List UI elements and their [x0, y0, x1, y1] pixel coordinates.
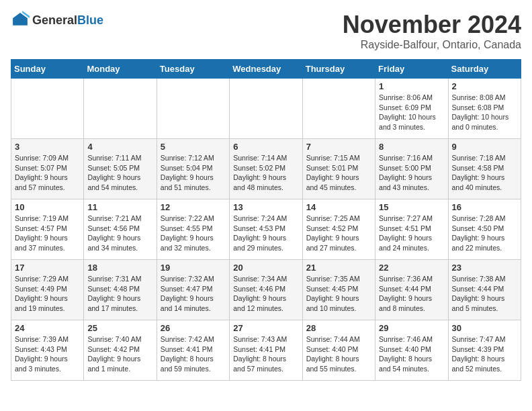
day-info: Sunrise: 7:46 AM Sunset: 4:40 PM Dayligh… — [379, 334, 444, 374]
day-number: 9 — [452, 142, 517, 152]
calendar-table: SundayMondayTuesdayWednesdayThursdayFrid… — [11, 59, 521, 381]
calendar-cell: 27Sunrise: 7:43 AM Sunset: 4:41 PM Dayli… — [230, 320, 302, 381]
day-info: Sunrise: 7:27 AM Sunset: 4:51 PM Dayligh… — [379, 214, 444, 253]
day-info: Sunrise: 8:06 AM Sunset: 6:09 PM Dayligh… — [379, 93, 444, 132]
day-number: 4 — [87, 142, 152, 152]
calendar-cell: 9Sunrise: 7:18 AM Sunset: 4:58 PM Daylig… — [448, 139, 521, 199]
day-number: 5 — [161, 142, 226, 152]
day-number: 24 — [15, 323, 80, 333]
day-number: 19 — [161, 263, 226, 273]
day-number: 12 — [161, 202, 226, 212]
weekday-header-sunday: Sunday — [11, 60, 84, 79]
calendar-cell: 30Sunrise: 7:47 AM Sunset: 4:39 PM Dayli… — [448, 320, 521, 381]
weekday-header-tuesday: Tuesday — [157, 60, 229, 79]
week-row-1: 1Sunrise: 8:06 AM Sunset: 6:09 PM Daylig… — [11, 79, 521, 139]
calendar-cell: 21Sunrise: 7:35 AM Sunset: 4:45 PM Dayli… — [302, 260, 375, 320]
week-row-5: 24Sunrise: 7:39 AM Sunset: 4:43 PM Dayli… — [11, 320, 521, 381]
week-row-4: 17Sunrise: 7:29 AM Sunset: 4:49 PM Dayli… — [11, 260, 521, 320]
day-info: Sunrise: 7:19 AM Sunset: 4:57 PM Dayligh… — [15, 214, 80, 253]
day-info: Sunrise: 7:38 AM Sunset: 4:44 PM Dayligh… — [452, 274, 517, 314]
calendar-cell: 19Sunrise: 7:32 AM Sunset: 4:47 PM Dayli… — [157, 260, 229, 320]
logo: GeneralBlue — [11, 11, 103, 30]
day-info: Sunrise: 7:21 AM Sunset: 4:56 PM Dayligh… — [87, 214, 152, 253]
calendar-cell: 5Sunrise: 7:12 AM Sunset: 5:04 PM Daylig… — [157, 139, 229, 199]
calendar-cell: 11Sunrise: 7:21 AM Sunset: 4:56 PM Dayli… — [84, 199, 157, 260]
day-number: 14 — [306, 202, 371, 212]
calendar-cell: 3Sunrise: 7:09 AM Sunset: 5:07 PM Daylig… — [11, 139, 84, 199]
calendar-cell: 13Sunrise: 7:24 AM Sunset: 4:53 PM Dayli… — [230, 199, 302, 260]
day-info: Sunrise: 7:32 AM Sunset: 4:47 PM Dayligh… — [161, 274, 226, 314]
calendar-cell: 4Sunrise: 7:11 AM Sunset: 5:05 PM Daylig… — [84, 139, 157, 199]
day-info: Sunrise: 7:25 AM Sunset: 4:52 PM Dayligh… — [306, 214, 371, 253]
day-info: Sunrise: 7:31 AM Sunset: 4:48 PM Dayligh… — [87, 274, 152, 314]
day-number: 11 — [87, 202, 152, 212]
calendar-cell: 12Sunrise: 7:22 AM Sunset: 4:55 PM Dayli… — [157, 199, 229, 260]
page-header: GeneralBlue November 2024 Rayside-Balfou… — [11, 11, 521, 51]
calendar-cell: 18Sunrise: 7:31 AM Sunset: 4:48 PM Dayli… — [84, 260, 157, 320]
day-number: 20 — [233, 263, 298, 273]
day-number: 25 — [87, 323, 152, 333]
day-info: Sunrise: 7:39 AM Sunset: 4:43 PM Dayligh… — [15, 334, 80, 374]
calendar-cell — [230, 79, 302, 139]
weekday-header-wednesday: Wednesday — [230, 60, 302, 79]
calendar-cell: 1Sunrise: 8:06 AM Sunset: 6:09 PM Daylig… — [375, 79, 448, 139]
day-number: 29 — [379, 323, 444, 333]
day-number: 28 — [306, 323, 371, 333]
day-info: Sunrise: 7:42 AM Sunset: 4:41 PM Dayligh… — [161, 334, 226, 374]
day-info: Sunrise: 7:43 AM Sunset: 4:41 PM Dayligh… — [233, 334, 298, 374]
day-info: Sunrise: 7:34 AM Sunset: 4:46 PM Dayligh… — [233, 274, 298, 314]
day-info: Sunrise: 8:08 AM Sunset: 6:08 PM Dayligh… — [452, 93, 517, 132]
weekday-header-monday: Monday — [84, 60, 157, 79]
calendar-cell: 15Sunrise: 7:27 AM Sunset: 4:51 PM Dayli… — [375, 199, 448, 260]
calendar-cell: 28Sunrise: 7:44 AM Sunset: 4:40 PM Dayli… — [302, 320, 375, 381]
calendar-cell: 17Sunrise: 7:29 AM Sunset: 4:49 PM Dayli… — [11, 260, 84, 320]
day-number: 23 — [452, 263, 517, 273]
calendar-cell: 7Sunrise: 7:15 AM Sunset: 5:01 PM Daylig… — [302, 139, 375, 199]
calendar-cell — [84, 79, 157, 139]
weekday-header-row: SundayMondayTuesdayWednesdayThursdayFrid… — [11, 60, 521, 79]
weekday-header-saturday: Saturday — [448, 60, 521, 79]
day-number: 13 — [233, 202, 298, 212]
calendar-cell: 14Sunrise: 7:25 AM Sunset: 4:52 PM Dayli… — [302, 199, 375, 260]
calendar-cell: 20Sunrise: 7:34 AM Sunset: 4:46 PM Dayli… — [230, 260, 302, 320]
day-info: Sunrise: 7:47 AM Sunset: 4:39 PM Dayligh… — [452, 334, 517, 374]
day-number: 21 — [306, 263, 371, 273]
day-number: 3 — [15, 142, 80, 152]
calendar-cell: 8Sunrise: 7:16 AM Sunset: 5:00 PM Daylig… — [375, 139, 448, 199]
calendar-cell: 16Sunrise: 7:28 AM Sunset: 4:50 PM Dayli… — [448, 199, 521, 260]
day-info: Sunrise: 7:16 AM Sunset: 5:00 PM Dayligh… — [379, 153, 444, 193]
day-number: 10 — [15, 202, 80, 212]
day-info: Sunrise: 7:24 AM Sunset: 4:53 PM Dayligh… — [233, 214, 298, 253]
day-number: 7 — [306, 142, 371, 152]
day-info: Sunrise: 7:36 AM Sunset: 4:44 PM Dayligh… — [379, 274, 444, 314]
calendar-cell: 23Sunrise: 7:38 AM Sunset: 4:44 PM Dayli… — [448, 260, 521, 320]
day-number: 16 — [452, 202, 517, 212]
weekday-header-friday: Friday — [375, 60, 448, 79]
title-area: November 2024 Rayside-Balfour, Ontario, … — [343, 11, 521, 51]
day-info: Sunrise: 7:44 AM Sunset: 4:40 PM Dayligh… — [306, 334, 371, 374]
calendar-cell: 24Sunrise: 7:39 AM Sunset: 4:43 PM Dayli… — [11, 320, 84, 381]
calendar-cell: 26Sunrise: 7:42 AM Sunset: 4:41 PM Dayli… — [157, 320, 229, 381]
day-number: 26 — [161, 323, 226, 333]
calendar-cell: 10Sunrise: 7:19 AM Sunset: 4:57 PM Dayli… — [11, 199, 84, 260]
calendar-cell: 6Sunrise: 7:14 AM Sunset: 5:02 PM Daylig… — [230, 139, 302, 199]
month-title: November 2024 — [343, 11, 521, 39]
location-title: Rayside-Balfour, Ontario, Canada — [343, 39, 521, 51]
logo-icon — [11, 11, 30, 30]
logo-general: GeneralBlue — [32, 13, 103, 28]
calendar-cell: 2Sunrise: 8:08 AM Sunset: 6:08 PM Daylig… — [448, 79, 521, 139]
calendar-cell — [11, 79, 84, 139]
day-number: 22 — [379, 263, 444, 273]
day-number: 8 — [379, 142, 444, 152]
day-info: Sunrise: 7:35 AM Sunset: 4:45 PM Dayligh… — [306, 274, 371, 314]
day-number: 15 — [379, 202, 444, 212]
day-number: 27 — [233, 323, 298, 333]
week-row-2: 3Sunrise: 7:09 AM Sunset: 5:07 PM Daylig… — [11, 139, 521, 199]
day-info: Sunrise: 7:40 AM Sunset: 4:42 PM Dayligh… — [87, 334, 152, 374]
calendar-cell: 25Sunrise: 7:40 AM Sunset: 4:42 PM Dayli… — [84, 320, 157, 381]
day-number: 18 — [87, 263, 152, 273]
day-info: Sunrise: 7:09 AM Sunset: 5:07 PM Dayligh… — [15, 153, 80, 193]
day-info: Sunrise: 7:28 AM Sunset: 4:50 PM Dayligh… — [452, 214, 517, 253]
calendar-cell: 29Sunrise: 7:46 AM Sunset: 4:40 PM Dayli… — [375, 320, 448, 381]
calendar-cell — [302, 79, 375, 139]
